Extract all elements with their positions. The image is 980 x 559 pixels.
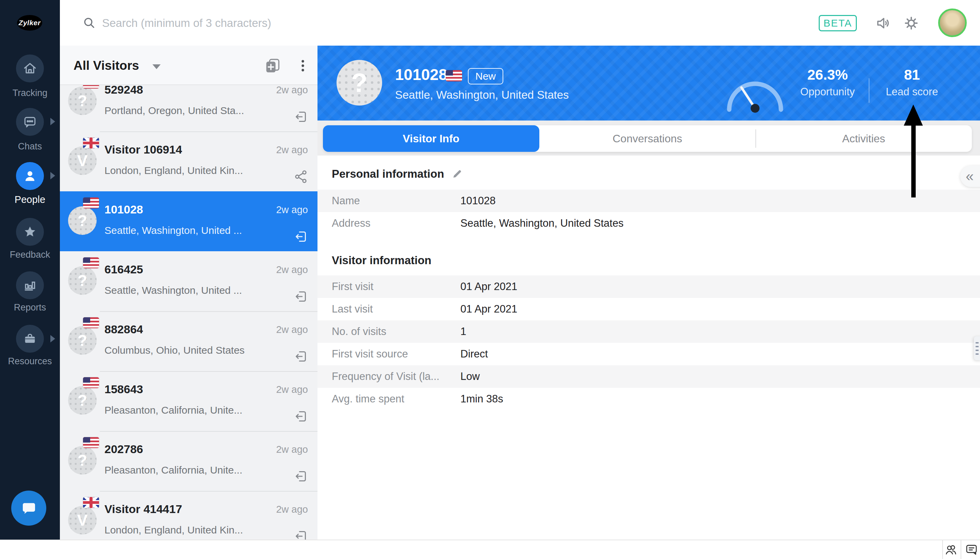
top-bar: BETA: [60, 0, 980, 46]
info-label: Frequency of Visit (la...: [332, 365, 439, 388]
visitor-timestamp: 2w ago: [276, 204, 308, 215]
visitor-location: London, England, United Kin...: [104, 524, 243, 536]
copy-plus-icon[interactable]: [264, 57, 281, 74]
info-row-frequency: Frequency of Visit (la... Low: [317, 365, 980, 388]
chevron-right-icon: [50, 118, 55, 125]
visitor-row[interactable]: V Visitor 414417 London, England, United…: [60, 491, 317, 539]
chat-bubble-icon: [23, 114, 38, 129]
visitor-avatar: ?: [68, 326, 97, 355]
visitor-information-title: Visitor information: [332, 254, 431, 267]
info-value: 01 Apr 2021: [460, 275, 517, 298]
import-icon[interactable]: [293, 229, 309, 245]
info-label: First visit: [332, 275, 373, 298]
info-row-first-visit: First visit 01 Apr 2021: [317, 275, 980, 298]
import-icon[interactable]: [293, 468, 309, 484]
visitor-name: 101028: [104, 203, 143, 216]
uk-flag-icon: [83, 497, 99, 508]
info-value: Direct: [460, 343, 488, 365]
us-flag-icon: [83, 437, 99, 448]
us-flag-icon: [83, 317, 99, 328]
personal-information-title: Personal information: [332, 167, 444, 180]
feedback-chat-button[interactable]: [964, 542, 979, 557]
sidebar-item-tracking[interactable]: [16, 55, 44, 83]
collapse-panel-button[interactable]: «: [960, 166, 980, 187]
tab-divider: [756, 129, 756, 148]
chat-bubble-icon: [20, 499, 38, 517]
import-icon[interactable]: [293, 109, 309, 125]
visitor-avatar: ?: [68, 386, 97, 415]
settings-button[interactable]: [902, 14, 920, 32]
sound-button[interactable]: [874, 14, 892, 32]
info-label: No. of visits: [332, 320, 386, 343]
home-icon: [23, 61, 38, 76]
visitor-timestamp: 2w ago: [276, 504, 308, 515]
info-label: Address: [332, 212, 371, 235]
visitor-row[interactable]: ? 882864 Columbus, Ohio, United States 2…: [60, 311, 317, 371]
visitor-row[interactable]: V Visitor 106914 London, England, United…: [60, 131, 317, 191]
tab-activities[interactable]: Activities: [756, 125, 972, 152]
us-flag-icon: [83, 257, 99, 268]
nav-rail: Zylker Tracking Chats People: [0, 0, 60, 539]
star-icon: [23, 224, 38, 239]
visitor-row-selected[interactable]: ? 101028 Seattle, Washington, United ...…: [60, 191, 317, 251]
info-value: Low: [460, 365, 480, 388]
chevron-right-icon: [50, 335, 55, 342]
bottom-bar-divider: [960, 540, 961, 559]
visitor-location: Columbus, Ohio, United States: [104, 344, 245, 356]
us-flag-icon: [83, 377, 99, 388]
visitor-row[interactable]: ? 158643 Pleasanton, California, Unite..…: [60, 371, 317, 431]
gear-icon: [902, 14, 920, 32]
visitor-timestamp: 2w ago: [276, 144, 308, 155]
info-label: Avg. time spent: [332, 388, 404, 410]
drag-handle[interactable]: [974, 336, 980, 360]
chat-fab-button[interactable]: [11, 491, 46, 526]
import-icon[interactable]: [293, 349, 309, 364]
people-duo-icon: [944, 542, 959, 557]
tab-visitor-info[interactable]: Visitor Info: [323, 125, 539, 152]
visitor-location: Seattle, Washington, United ...: [104, 284, 242, 296]
info-value: 101028: [460, 190, 495, 212]
sidebar-label-resources: Resources: [0, 356, 60, 367]
visitor-timestamp: 2w ago: [276, 444, 308, 455]
sidebar-item-people[interactable]: [16, 162, 44, 190]
search-input[interactable]: [101, 13, 477, 33]
annotation-arrow-head: [904, 104, 923, 126]
visitor-row[interactable]: ? 202786 Pleasanton, California, Unite..…: [60, 431, 317, 491]
online-visitors-button[interactable]: [944, 542, 959, 557]
visitor-location: Pleasanton, California, Unite...: [104, 404, 242, 416]
info-value: 1min 38s: [460, 388, 503, 410]
zylker-logo: Zylker: [17, 15, 42, 31]
visitor-list-header: All Visitors: [60, 46, 317, 85]
lead-score-stat: 81 Lead score: [861, 67, 963, 98]
chat-lines-icon: [964, 542, 979, 557]
info-label: Last visit: [332, 298, 373, 320]
sidebar-label-people: People: [0, 194, 60, 205]
visitor-timestamp: 2w ago: [276, 264, 308, 275]
import-icon[interactable]: [293, 528, 309, 539]
user-avatar[interactable]: [938, 8, 967, 37]
info-value: 01 Apr 2021: [460, 298, 517, 320]
info-row-first-visit-source: First visit source Direct: [317, 343, 980, 365]
import-icon[interactable]: [293, 289, 309, 304]
sidebar-item-feedback[interactable]: [16, 218, 44, 246]
visitor-avatar: ?: [68, 446, 97, 475]
kebab-menu-icon[interactable]: [294, 57, 312, 74]
info-row-no-of-visits: No. of visits 1: [317, 320, 980, 343]
import-icon[interactable]: [293, 408, 309, 424]
visitor-avatar: ?: [68, 86, 97, 115]
bottom-bar-divider: [942, 540, 943, 559]
sidebar-item-chats[interactable]: [16, 108, 44, 136]
sidebar-item-reports[interactable]: [16, 271, 44, 299]
share-icon[interactable]: [293, 169, 309, 185]
sidebar-item-resources[interactable]: [16, 325, 44, 353]
search-icon: [82, 16, 96, 30]
pencil-icon[interactable]: [452, 169, 462, 179]
info-value: 1: [460, 320, 466, 343]
visitor-avatar: ?: [68, 206, 97, 235]
visitor-name: Visitor 414417: [104, 503, 182, 516]
visitor-row[interactable]: ? 616425 Seattle, Washington, United ...…: [60, 251, 317, 311]
speaker-icon: [874, 14, 892, 32]
info-row-address: Address Seattle, Washington, United Stat…: [317, 212, 980, 235]
visitor-list-title-dropdown[interactable]: All Visitors: [74, 59, 139, 73]
tab-conversations[interactable]: Conversations: [539, 125, 756, 152]
